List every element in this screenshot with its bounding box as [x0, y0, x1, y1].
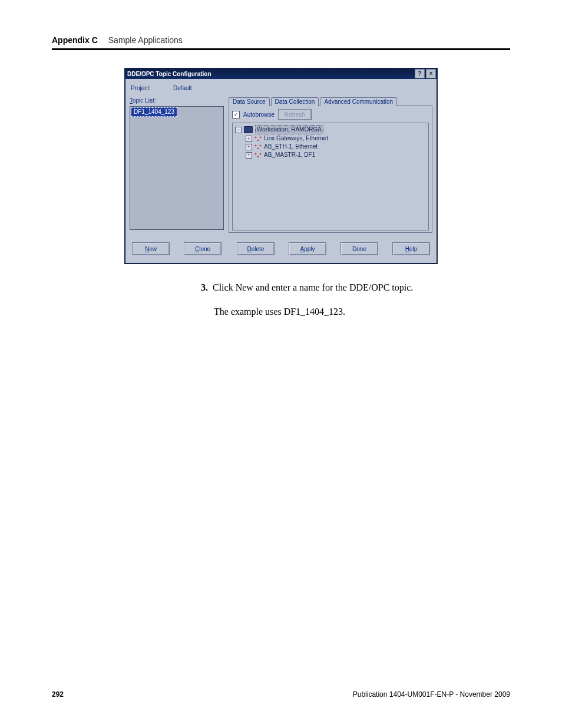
expand-icon[interactable]: + — [246, 144, 252, 150]
refresh-button[interactable]: Refresh — [278, 109, 312, 120]
topic-list[interactable]: DF1_1404_123 — [130, 106, 224, 230]
titlebar-close-button[interactable]: × — [426, 69, 436, 78]
titlebar: DDE/OPC Topic Configuration ? × — [125, 68, 437, 79]
workstation-icon — [244, 126, 253, 133]
network-icon — [254, 144, 262, 149]
delete-button[interactable]: Delete — [237, 242, 275, 255]
page-number: 292 — [52, 690, 64, 699]
tree-node-label: AB_ETH-1, Ethernet — [264, 143, 318, 151]
autobrowse-checkbox[interactable]: ✓ — [232, 111, 240, 118]
device-tree[interactable]: − Workstation, RAMORGA + Linx Gateways, … — [232, 123, 429, 230]
tree-node-label: Linx Gateways, Ethernet — [264, 134, 328, 143]
step-text: Click New and enter a name for the DDE/O… — [213, 281, 413, 294]
done-button[interactable]: Done — [340, 242, 378, 255]
step-3: 3. Click New and enter a name for the DD… — [197, 281, 475, 294]
tree-node-label: AB_MASTR-1, DF1 — [264, 151, 315, 159]
step-number: 3. — [197, 281, 208, 294]
tab-data-source[interactable]: Data Source — [229, 97, 270, 106]
project-label: Project: — [131, 85, 151, 91]
clone-button[interactable]: Clone — [184, 242, 222, 255]
network-icon — [254, 136, 262, 141]
tree-node-linx[interactable]: + Linx Gateways, Ethernet — [235, 134, 426, 143]
topic-list-label: Topic List: — [130, 97, 224, 104]
help-button[interactable]: Help — [392, 242, 430, 255]
apply-button[interactable]: Apply — [289, 242, 326, 255]
expand-icon[interactable]: + — [246, 152, 252, 159]
collapse-icon[interactable]: − — [235, 127, 242, 133]
tab-pane-data-source: ✓ Autobrowse Refresh − Workstation, RAMO… — [229, 106, 432, 233]
page-footer: 292 Publication 1404-UM001F-EN-P - Novem… — [52, 690, 510, 699]
tree-node-ab-mastr[interactable]: + AB_MASTR-1, DF1 — [235, 151, 426, 159]
autobrowse-label: Autobrowse — [243, 111, 275, 118]
new-button[interactable]: New — [132, 242, 170, 255]
header-rule — [52, 48, 510, 50]
tabstrip: Data Source Data Collection Advanced Com… — [229, 97, 432, 106]
tab-data-collection[interactable]: Data Collection — [271, 97, 319, 106]
network-icon — [254, 153, 262, 157]
project-value: Default — [173, 85, 192, 91]
dialog-title: DDE/OPC Topic Configuration — [127, 71, 414, 77]
titlebar-help-button[interactable]: ? — [415, 69, 425, 78]
topic-item-selected[interactable]: DF1_1404_123 — [131, 107, 177, 117]
tree-root[interactable]: − Workstation, RAMORGA — [235, 125, 426, 134]
tab-advanced-communication[interactable]: Advanced Communication — [320, 97, 397, 106]
section-title: Sample Applications — [108, 35, 183, 45]
tree-root-label: Workstation, RAMORGA — [255, 125, 323, 134]
appendix-label: Appendix C — [52, 35, 98, 45]
publication-info: Publication 1404-UM001F-EN-P - November … — [353, 690, 510, 699]
expand-icon[interactable]: + — [246, 136, 252, 142]
example-text: The example uses DF1_1404_123. — [214, 305, 475, 318]
tree-node-ab-eth[interactable]: + AB_ETH-1, Ethernet — [235, 143, 426, 151]
dde-opc-dialog: DDE/OPC Topic Configuration ? × Project:… — [124, 68, 438, 264]
